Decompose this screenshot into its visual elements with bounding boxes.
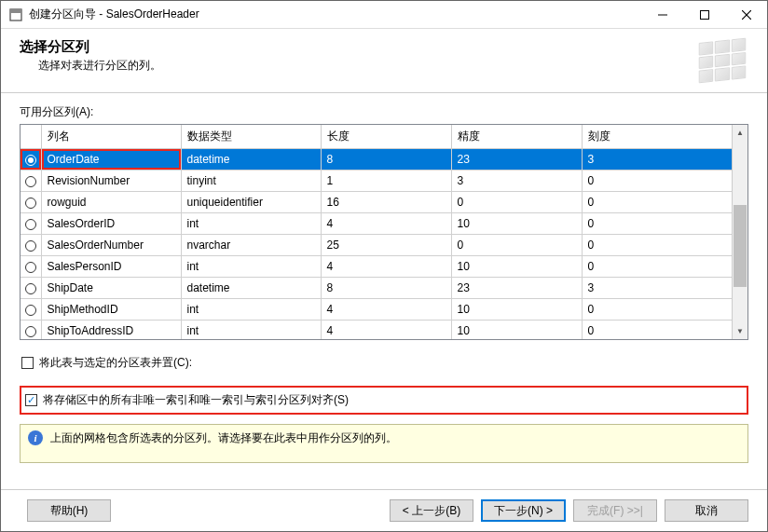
window-title: 创建分区向导 - SalesOrderHeader: [29, 7, 641, 22]
cell-length: 16: [321, 192, 451, 213]
row-radio-cell[interactable]: [21, 171, 41, 192]
minimize-button[interactable]: [641, 1, 683, 28]
table-row[interactable]: RevisionNumbertinyint130: [21, 171, 732, 192]
table-row[interactable]: ShipToAddressIDint4100: [21, 321, 732, 340]
cell-name: ShipToAddressID: [41, 321, 181, 340]
table-row[interactable]: OrderDatedatetime8233: [21, 149, 732, 171]
header-graphic: [699, 38, 746, 83]
row-radio-cell[interactable]: [21, 321, 41, 340]
table-row[interactable]: SalesPersonIDint4100: [21, 256, 732, 278]
cell-scale: 0: [582, 213, 732, 235]
scroll-down-arrow[interactable]: ▼: [733, 323, 747, 339]
app-icon: [8, 7, 23, 22]
row-radio-cell[interactable]: [21, 299, 41, 321]
cancel-button[interactable]: 取消: [665, 499, 748, 522]
header-select[interactable]: [21, 125, 41, 149]
cell-precision: 10: [451, 321, 582, 340]
cell-precision: 0: [451, 192, 582, 213]
cell-type: datetime: [181, 278, 321, 299]
row-radio-cell[interactable]: [21, 256, 41, 278]
cell-length: 4: [321, 213, 451, 235]
row-radio[interactable]: [25, 240, 36, 252]
row-radio-cell[interactable]: [21, 149, 41, 171]
row-radio-cell[interactable]: [21, 192, 41, 213]
colocate-label: 将此表与选定的分区表并置(C):: [39, 355, 192, 371]
window-titlebar: 创建分区向导 - SalesOrderHeader: [1, 1, 767, 29]
cell-precision: 23: [451, 149, 582, 171]
cell-length: 25: [321, 235, 451, 256]
vertical-scrollbar[interactable]: ▲ ▼: [732, 125, 747, 339]
cell-type: int: [181, 299, 321, 321]
finish-button: 完成(F) >>|: [573, 499, 657, 522]
header-name[interactable]: 列名: [41, 125, 181, 149]
scroll-thumb[interactable]: [734, 205, 747, 287]
columns-table-container: 列名 数据类型 长度 精度 刻度 OrderDatedatetime8233Re…: [20, 124, 748, 340]
table-row[interactable]: ShipDatedatetime8233: [21, 278, 732, 299]
header-precision[interactable]: 精度: [451, 125, 582, 149]
header-type[interactable]: 数据类型: [181, 125, 321, 149]
cell-precision: 23: [451, 278, 582, 299]
page-subtitle: 选择对表进行分区的列。: [38, 58, 696, 74]
row-radio-cell[interactable]: [21, 213, 41, 235]
align-row[interactable]: ✓ 将存储区中的所有非唯一索引和唯一索引与索引分区列对齐(S): [20, 386, 748, 415]
header-scale[interactable]: 刻度: [582, 125, 732, 149]
row-radio[interactable]: [25, 326, 36, 337]
cell-name: SalesPersonID: [41, 256, 181, 278]
scroll-track[interactable]: [733, 141, 747, 323]
row-radio[interactable]: [25, 198, 36, 209]
cell-name: ShipDate: [41, 278, 181, 299]
table-row[interactable]: rowguiduniqueidentifier1600: [21, 192, 732, 213]
cell-length: 4: [321, 321, 451, 340]
cell-scale: 0: [582, 321, 732, 340]
cell-type: nvarchar: [181, 235, 321, 256]
table-row[interactable]: ShipMethodIDint4100: [21, 299, 732, 321]
cell-precision: 3: [451, 171, 582, 192]
cell-precision: 10: [451, 299, 582, 321]
cell-scale: 0: [582, 299, 732, 321]
info-text: 上面的网格包含所选表的分区列。请选择要在此表中用作分区列的列。: [50, 430, 397, 446]
row-radio[interactable]: [25, 305, 36, 316]
cell-name: RevisionNumber: [41, 171, 181, 192]
align-checkbox[interactable]: ✓: [25, 394, 37, 406]
row-radio[interactable]: [25, 283, 36, 294]
columns-table: 列名 数据类型 长度 精度 刻度 OrderDatedatetime8233Re…: [21, 125, 732, 339]
wizard-header: 选择分区列 选择对表进行分区的列。: [1, 29, 767, 93]
wizard-footer: 帮助(H) < 上一步(B) 下一步(N) > 完成(F) >>| 取消: [1, 489, 767, 531]
close-button[interactable]: [725, 1, 767, 28]
info-box: i 上面的网格包含所选表的分区列。请选择要在此表中用作分区列的列。: [20, 424, 748, 463]
back-button[interactable]: < 上一步(B): [390, 499, 473, 522]
cell-precision: 10: [451, 256, 582, 278]
row-radio[interactable]: [25, 262, 36, 273]
help-button[interactable]: 帮助(H): [27, 499, 111, 522]
cell-type: int: [181, 213, 321, 235]
colocate-row[interactable]: 将此表与选定的分区表并置(C):: [20, 351, 748, 375]
row-radio[interactable]: [25, 176, 36, 187]
maximize-button[interactable]: [683, 1, 725, 28]
cell-length: 1: [321, 171, 451, 192]
cell-name: ShipMethodID: [41, 299, 181, 321]
info-icon: i: [28, 430, 43, 445]
cell-name: SalesOrderID: [41, 213, 181, 235]
svg-rect-3: [700, 10, 708, 19]
cell-scale: 0: [582, 171, 732, 192]
row-radio-cell[interactable]: [21, 278, 41, 299]
cell-type: datetime: [181, 149, 321, 171]
next-button[interactable]: 下一步(N) >: [481, 499, 566, 522]
scroll-up-arrow[interactable]: ▲: [733, 125, 747, 141]
cell-precision: 10: [451, 213, 582, 235]
table-header-row: 列名 数据类型 长度 精度 刻度: [21, 125, 732, 149]
cell-length: 8: [321, 149, 451, 171]
row-radio-cell[interactable]: [21, 235, 41, 256]
header-length[interactable]: 长度: [321, 125, 451, 149]
row-radio[interactable]: [25, 219, 36, 230]
columns-label: 可用分区列(A):: [20, 104, 748, 120]
row-radio[interactable]: [25, 155, 36, 166]
colocate-checkbox[interactable]: [21, 357, 34, 369]
table-row[interactable]: SalesOrderIDint4100: [21, 213, 732, 235]
align-label: 将存储区中的所有非唯一索引和唯一索引与索引分区列对齐(S): [43, 392, 349, 408]
svg-rect-1: [10, 9, 21, 13]
cell-name: rowguid: [41, 192, 181, 213]
table-row[interactable]: SalesOrderNumbernvarchar2500: [21, 235, 732, 256]
content-area: 可用分区列(A): 列名 数据类型 长度 精度 刻度 OrderDa: [1, 93, 767, 489]
cell-scale: 3: [582, 149, 732, 171]
